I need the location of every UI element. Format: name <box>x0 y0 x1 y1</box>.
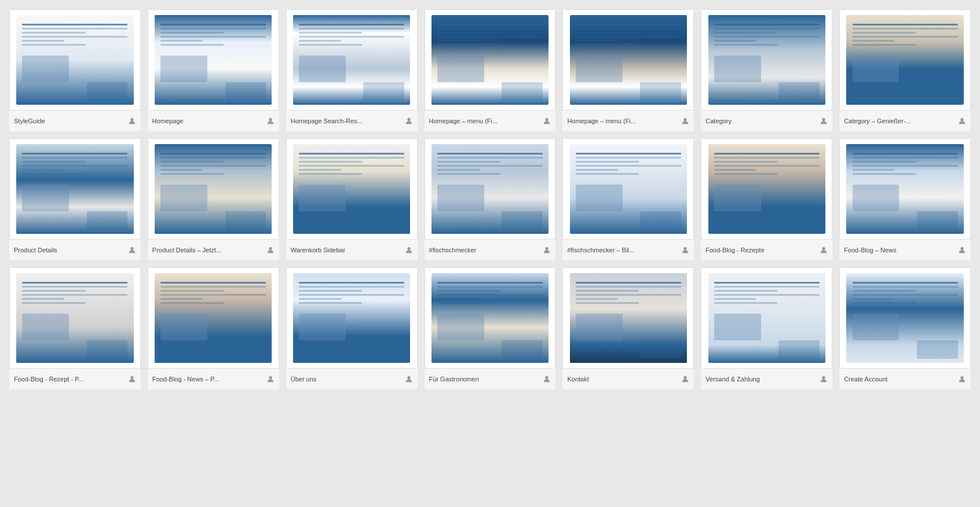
card-item[interactable]: Category <box>701 9 832 131</box>
svg-point-3 <box>546 118 548 121</box>
person-icon <box>543 117 551 125</box>
card-grid: StyleGuide Homepage Homepage Search-Res.… <box>9 9 971 390</box>
person-icon <box>820 375 828 383</box>
svg-point-8 <box>269 247 272 250</box>
person-icon <box>958 117 966 125</box>
card-item[interactable]: #fischschmecker <box>425 138 556 260</box>
card-label: Food-Blog - News – P... <box>152 376 266 383</box>
svg-point-20 <box>960 376 963 379</box>
card-thumbnail <box>425 9 556 111</box>
card-footer: StyleGuide <box>9 111 141 131</box>
card-item[interactable]: Homepage – menu (Fi... <box>562 9 694 131</box>
card-label: Homepage – menu (Fi... <box>567 117 681 124</box>
card-footer: Food-Blog - News – P... <box>148 369 279 390</box>
card-footer: Product Details – Jetzt... <box>148 240 279 260</box>
card-item[interactable]: Warenkorb Sidebar <box>286 138 418 260</box>
card-label: Create Account <box>844 376 958 383</box>
card-user-icon <box>405 375 413 383</box>
svg-point-14 <box>130 376 133 379</box>
card-footer: Food-Blog – News <box>839 240 971 260</box>
person-icon <box>128 117 136 125</box>
card-footer: Homepage Search-Res... <box>286 111 418 131</box>
svg-point-2 <box>407 118 410 121</box>
card-thumbnail <box>839 267 971 369</box>
card-item[interactable]: Product Details – Jetzt... <box>148 138 279 260</box>
card-user-icon <box>681 375 689 383</box>
card-user-icon <box>128 117 136 125</box>
card-item[interactable]: Food-Blog - Rezepte <box>701 138 832 260</box>
card-item[interactable]: StyleGuide <box>9 9 141 131</box>
card-footer: Product Details <box>9 240 141 260</box>
card-user-icon <box>405 117 413 125</box>
card-thumbnail <box>9 138 141 240</box>
card-label: #fischschmecker – Bil... <box>567 247 681 254</box>
card-thumbnail <box>148 9 279 111</box>
person-icon <box>681 375 689 383</box>
card-label: Food-Blog – News <box>844 247 958 254</box>
card-user-icon <box>958 375 966 383</box>
card-user-icon <box>681 117 689 125</box>
card-footer: #fischschmecker <box>425 240 556 260</box>
person-icon <box>958 375 966 383</box>
card-label: Food-Blog - Rezepte <box>705 247 820 254</box>
card-item[interactable]: Food-Blog – News <box>839 138 971 260</box>
card-label: StyleGuide <box>14 117 128 124</box>
card-footer: Food-Blog - Rezept - P... <box>9 369 141 390</box>
person-icon <box>266 117 275 125</box>
card-item[interactable]: Homepage – menu (Fi... <box>425 9 556 131</box>
card-label: Versand & Zahlung <box>705 376 820 383</box>
person-icon <box>266 246 275 254</box>
card-user-icon <box>128 375 136 383</box>
card-user-icon <box>958 117 966 125</box>
card-footer: Homepage – menu (Fi... <box>562 111 694 131</box>
card-item[interactable]: Product Details <box>9 138 141 260</box>
card-item[interactable]: Versand & Zahlung <box>701 267 832 390</box>
card-thumbnail <box>148 138 279 240</box>
card-thumbnail <box>425 267 556 369</box>
person-icon <box>405 375 413 383</box>
card-thumbnail <box>839 138 971 240</box>
card-label: Category – Genießer-... <box>844 117 958 124</box>
card-item[interactable]: Food-Blog - Rezept - P... <box>9 267 141 390</box>
card-footer: Category – Genießer-... <box>839 111 971 131</box>
svg-point-7 <box>130 247 133 250</box>
card-user-icon <box>543 117 551 125</box>
person-icon <box>405 246 413 254</box>
card-user-icon <box>820 246 828 254</box>
card-label: Für Gastronomen <box>429 376 543 383</box>
card-item[interactable]: Category – Genießer-... <box>839 9 971 131</box>
person-icon <box>405 117 413 125</box>
card-item[interactable]: Kontakt <box>562 267 694 390</box>
card-user-icon <box>820 117 828 125</box>
card-label: Food-Blog - Rezept - P... <box>14 376 128 383</box>
card-thumbnail <box>425 138 556 240</box>
svg-point-17 <box>546 376 548 379</box>
card-footer: Versand & Zahlung <box>701 369 832 390</box>
card-label: Category <box>705 117 820 124</box>
card-thumbnail <box>562 267 694 369</box>
card-thumbnail <box>701 267 832 369</box>
card-item[interactable]: Für Gastronomen <box>425 267 556 390</box>
person-icon <box>681 246 689 254</box>
svg-point-1 <box>269 118 272 121</box>
card-thumbnail <box>286 267 418 369</box>
svg-point-12 <box>822 247 825 250</box>
card-item[interactable]: Homepage <box>148 9 279 131</box>
card-user-icon <box>681 246 689 254</box>
card-label: Product Details – Jetzt... <box>152 247 266 254</box>
card-item[interactable]: Über uns <box>286 267 418 390</box>
card-thumbnail <box>562 9 694 111</box>
card-item[interactable]: Homepage Search-Res... <box>286 9 418 131</box>
card-item[interactable]: #fischschmecker – Bil... <box>562 138 694 260</box>
card-user-icon <box>266 246 275 254</box>
card-item[interactable]: Create Account <box>839 267 971 390</box>
person-icon <box>543 375 551 383</box>
card-thumbnail <box>9 267 141 369</box>
card-user-icon <box>128 246 136 254</box>
card-thumbnail <box>562 138 694 240</box>
card-label: Über uns <box>291 376 405 383</box>
card-user-icon <box>543 246 551 254</box>
card-footer: Über uns <box>286 369 418 390</box>
card-item[interactable]: Food-Blog - News – P... <box>148 267 279 390</box>
svg-point-6 <box>960 118 963 121</box>
